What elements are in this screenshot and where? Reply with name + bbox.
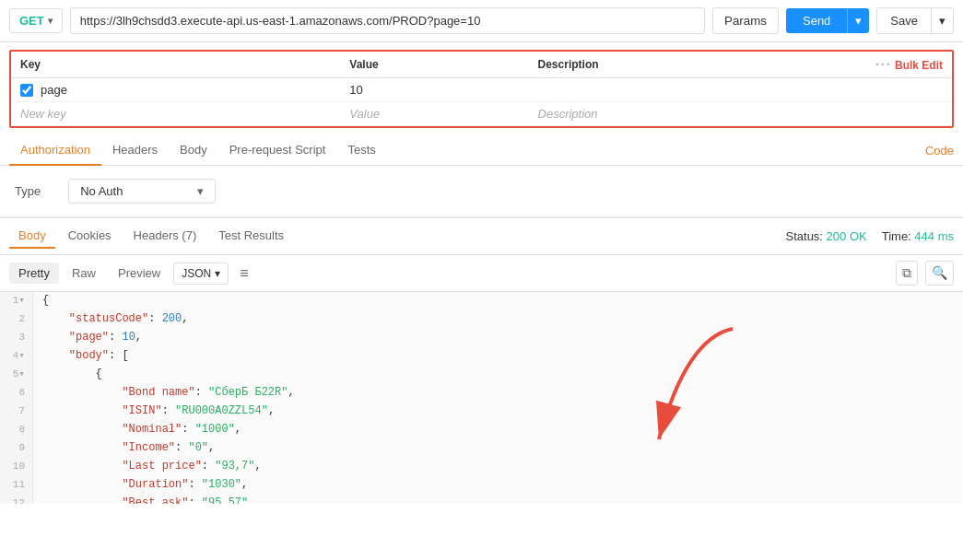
line-number: 9	[0, 439, 33, 458]
response-tab-test-results[interactable]: Test Results	[209, 224, 293, 249]
code-line: 10 "Last price": "93,7",	[0, 458, 963, 476]
format-tab-preview[interactable]: Preview	[109, 262, 170, 284]
new-value-placeholder: Value	[349, 107, 380, 121]
line-number: 12	[0, 495, 33, 504]
wrap-icon[interactable]: ≡	[232, 262, 255, 286]
format-type-select[interactable]: JSON ▾	[173, 262, 229, 285]
line-content: "Nominal": "1000",	[33, 421, 241, 439]
line-number: 5▾	[0, 366, 33, 384]
tab-headers[interactable]: Headers	[101, 135, 169, 166]
param-value-cell: 10	[340, 78, 528, 102]
response-tab-body[interactable]: Body	[9, 224, 55, 249]
new-desc-placeholder: Description	[538, 107, 598, 121]
code-line: 3 "page": 10,	[0, 329, 963, 347]
col-header-value: Value	[340, 52, 528, 78]
format-type-value: JSON	[182, 267, 211, 280]
more-icon: ···	[875, 57, 892, 72]
line-number: 7	[0, 402, 33, 421]
tab-body[interactable]: Body	[169, 135, 218, 166]
save-btn-group: Save ▾	[876, 7, 954, 34]
param-value: 10	[349, 83, 362, 97]
auth-type-select[interactable]: No Auth ▾	[68, 179, 216, 204]
code-line: 2 "statusCode": 200,	[0, 310, 963, 329]
param-key-value: page	[41, 83, 67, 97]
copy-icon[interactable]: ⧉	[896, 261, 918, 286]
params-table: Key Value Description ··· Bulk Edit page	[11, 52, 952, 126]
save-button[interactable]: Save	[877, 8, 931, 33]
code-line: 8 "Nominal": "1000",	[0, 421, 963, 439]
line-content: "Income": "0",	[33, 439, 215, 458]
line-number: 6	[0, 384, 33, 402]
line-number: 11	[0, 476, 33, 495]
line-number: 2	[0, 310, 33, 329]
line-content: {	[33, 366, 102, 384]
auth-type-row: Type No Auth ▾	[0, 166, 963, 217]
code-line: 5▾ {	[0, 366, 963, 384]
code-line: 4▾ "body": [	[0, 347, 963, 366]
table-row: page 10	[11, 78, 952, 102]
new-actions-cell	[858, 102, 952, 126]
line-number: 3	[0, 329, 33, 347]
new-key-placeholder: New key	[20, 107, 66, 121]
auth-type-value: No Auth	[80, 184, 123, 198]
save-dropdown-button[interactable]: ▾	[931, 8, 953, 33]
line-content: "statusCode": 200,	[33, 310, 188, 329]
new-param-row: New key Value Description	[11, 102, 952, 126]
send-dropdown-button[interactable]: ▾	[847, 8, 869, 33]
method-selector[interactable]: GET ▾	[9, 8, 63, 33]
new-value-cell[interactable]: Value	[340, 102, 528, 126]
time-label: Time: 444 ms	[882, 229, 954, 243]
line-content: "body": [	[33, 347, 129, 366]
response-tabs-bar: Body Cookies Headers (7) Test Results St…	[0, 218, 963, 255]
tab-authorization[interactable]: Authorization	[9, 135, 101, 166]
tab-pre-request-script[interactable]: Pre-request Script	[218, 135, 337, 166]
code-area[interactable]: 1▾{2 "statusCode": 200,3 "page": 10,4▾ "…	[0, 292, 963, 504]
line-content: "page": 10,	[33, 329, 142, 347]
param-key-cell: page	[11, 78, 340, 102]
toolbar-right: ⧉ 🔍	[896, 261, 954, 286]
format-tab-raw[interactable]: Raw	[63, 262, 105, 284]
col-header-actions: ··· Bulk Edit	[858, 52, 952, 78]
line-number: 10	[0, 458, 33, 476]
bulk-edit-button[interactable]: Bulk Edit	[895, 59, 943, 72]
response-tab-headers[interactable]: Headers (7)	[124, 224, 206, 249]
line-content: "Last price": "93,7",	[33, 458, 262, 476]
col-header-desc: Description	[529, 52, 858, 78]
send-button[interactable]: Send	[786, 8, 847, 33]
auth-type-chevron-icon: ▾	[197, 184, 204, 198]
tab-tests[interactable]: Tests	[336, 135, 386, 166]
response-tab-cookies[interactable]: Cookies	[59, 224, 121, 249]
url-input[interactable]	[70, 7, 705, 34]
format-tab-pretty[interactable]: Pretty	[9, 262, 59, 284]
line-content: "Bond name": "СберБ Б22R",	[33, 384, 295, 402]
line-content: "ISIN": "RU000A0ZZL54",	[33, 402, 275, 421]
response-toolbar: Pretty Raw Preview JSON ▾ ≡ ⧉ 🔍	[0, 255, 963, 292]
code-line: 9 "Income": "0",	[0, 439, 963, 458]
line-content: "Best ask": "95,57",	[33, 495, 254, 504]
param-actions-cell	[858, 78, 952, 102]
new-desc-cell[interactable]: Description	[529, 102, 858, 126]
param-checkbox[interactable]	[20, 84, 33, 97]
method-label: GET	[19, 14, 44, 28]
params-button[interactable]: Params	[712, 7, 779, 34]
code-line: 12 "Best ask": "95,57",	[0, 495, 963, 504]
format-type-chevron-icon: ▾	[215, 267, 220, 280]
params-section: Key Value Description ··· Bulk Edit page	[9, 50, 954, 128]
col-header-key: Key	[11, 52, 340, 78]
send-btn-group: Send ▾	[786, 8, 869, 33]
status-value: 200 OK	[827, 229, 867, 243]
line-content: {	[33, 292, 49, 310]
code-link[interactable]: Code	[925, 144, 954, 158]
param-desc-cell	[529, 78, 858, 102]
line-number: 4▾	[0, 347, 33, 366]
new-key-cell[interactable]: New key	[11, 102, 340, 126]
search-icon[interactable]: 🔍	[925, 261, 954, 286]
request-tabs-bar: Authorization Headers Body Pre-request S…	[0, 135, 963, 166]
line-number: 8	[0, 421, 33, 439]
code-line: 6 "Bond name": "СберБ Б22R",	[0, 384, 963, 402]
method-chevron-icon: ▾	[48, 16, 53, 26]
status-text-label: Status:	[786, 229, 823, 243]
status-area: Status: 200 OK Time: 444 ms	[786, 229, 954, 243]
time-value: 444 ms	[914, 229, 954, 243]
status-label: Status: 200 OK	[786, 229, 867, 243]
